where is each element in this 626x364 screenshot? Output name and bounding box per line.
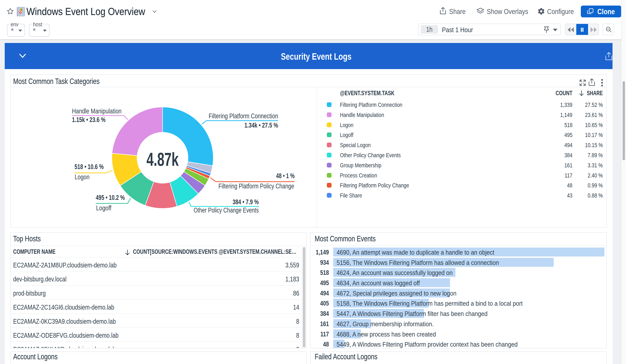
svg-text:495 • 10.2 %: 495 • 10.2 % [96, 194, 125, 201]
svg-text:518 • 10.6 %: 518 • 10.6 % [75, 163, 104, 170]
svg-text:Logon: Logon [75, 173, 89, 181]
svg-text:Filtering Platform Policy Chan: Filtering Platform Policy Change [218, 182, 294, 190]
svg-text:1.34k • 27.5 %: 1.34k • 27.5 % [244, 121, 278, 129]
svg-text:Filtering Platform Connection: Filtering Platform Connection [209, 112, 278, 120]
svg-text:Logoff: Logoff [96, 204, 112, 212]
svg-text:Other Policy Change Events: Other Policy Change Events [194, 206, 259, 214]
svg-text:Security Event Logs: Security Event Logs [281, 51, 352, 62]
svg-text:384 • 7.9 %: 384 • 7.9 % [233, 198, 259, 206]
svg-text:Handle Manipulation: Handle Manipulation [72, 107, 121, 115]
svg-text:1.15k • 23.6 %: 1.15k • 23.6 % [72, 116, 106, 123]
svg-text:4.87k: 4.87k [147, 149, 179, 170]
svg-text:48 • 1 %: 48 • 1 % [276, 172, 295, 180]
